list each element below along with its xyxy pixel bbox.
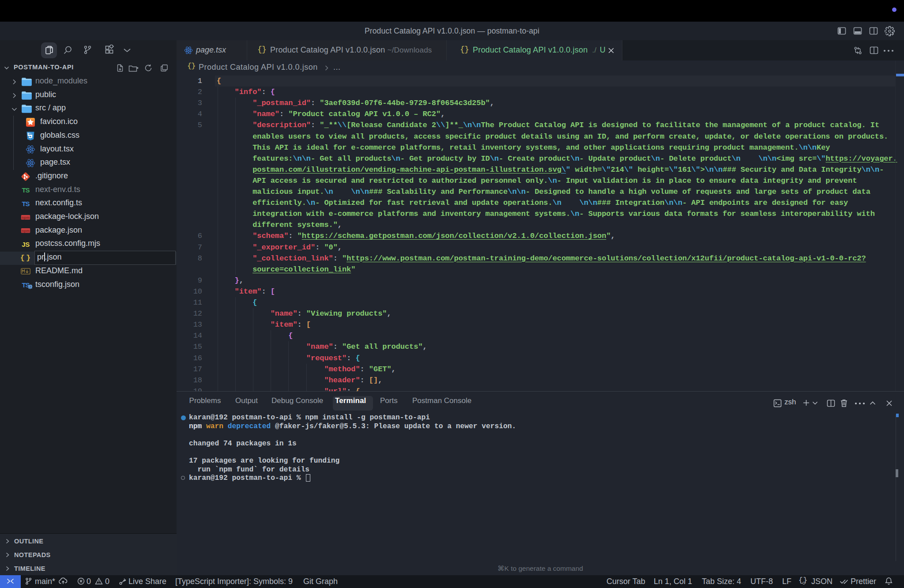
svg-text:npm: npm <box>22 229 30 233</box>
svg-text:npm: npm <box>22 215 30 219</box>
